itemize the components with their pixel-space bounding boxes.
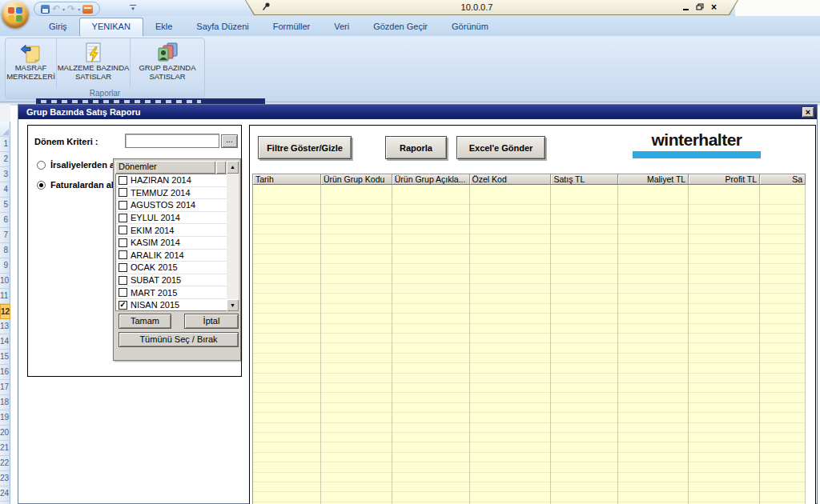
grid-header-6[interactable]: Maliyet TL (618, 174, 689, 185)
checkbox-checked-icon[interactable]: ✓ (119, 301, 127, 310)
row-header-11[interactable]: 11 (0, 289, 10, 304)
undo-dropdown-icon[interactable]: ▾ (62, 6, 65, 12)
row-header-20[interactable]: 20 (0, 426, 10, 441)
checkbox-unchecked-icon[interactable] (119, 288, 127, 297)
redo-icon[interactable]: ↷ (67, 4, 75, 14)
checkbox-unchecked-icon[interactable] (119, 201, 127, 210)
checkbox-unchecked-icon[interactable] (119, 276, 127, 285)
row-header-8[interactable]: 8 (0, 243, 10, 258)
toggle-all-button[interactable]: Tümünü Seç / Bırak (119, 332, 239, 347)
scroll-up-icon[interactable]: ▲ (227, 161, 239, 174)
browse-button[interactable]: ... (221, 134, 238, 148)
excel-export-button[interactable]: Excel'e Gönder (456, 136, 545, 159)
save-icon[interactable] (41, 5, 50, 14)
row-header-23[interactable]: 23 (0, 471, 10, 486)
checkbox-unchecked-icon[interactable] (119, 250, 127, 259)
row-header-24[interactable]: 24 (0, 486, 10, 502)
grid-body-column-7 (689, 185, 760, 504)
row-header-4[interactable]: 4 (0, 182, 10, 198)
list-item[interactable]: KASIM 2014 (116, 237, 227, 250)
rdp-minimize-icon[interactable] (683, 9, 689, 10)
list-item[interactable]: EKIM 2014 (116, 224, 227, 237)
list-item-label: SUBAT 2015 (131, 275, 181, 285)
undo-icon[interactable]: ↶ (52, 4, 60, 14)
tab-giriş[interactable]: Giriş (37, 18, 79, 36)
row-header-5[interactable]: 5 (0, 198, 10, 213)
row-header-19[interactable]: 19 (0, 410, 10, 426)
radio-shipments-label: İrsaliyelerden a (50, 160, 115, 170)
radio-shipments[interactable] (37, 161, 46, 170)
grid-header-5[interactable]: Satış TL (551, 174, 618, 185)
list-item-label: HAZIRAN 2014 (131, 175, 191, 185)
tab-gözden-geçir[interactable]: Gözden Geçir (361, 18, 440, 36)
row-header-14[interactable]: 14 (0, 334, 10, 350)
list-item[interactable]: SUBAT 2015 (116, 274, 227, 287)
checkbox-unchecked-icon[interactable] (119, 226, 127, 234)
row-header-1[interactable]: 1 (0, 137, 10, 152)
ribbon-button-1[interactable]: MASRAF MERKEZLERİ (6, 38, 57, 88)
pushpin-icon[interactable] (262, 0, 271, 14)
radio-invoices[interactable] (37, 181, 46, 190)
checkbox-unchecked-icon[interactable] (119, 214, 127, 222)
tab-yenikan[interactable]: YENIKAN (79, 18, 143, 36)
row-header-21[interactable]: 21 (0, 441, 10, 456)
list-item[interactable]: HAZIRAN 2014 (116, 174, 227, 187)
grid-header-3[interactable]: Ürün Grup Açıkla... (392, 174, 470, 185)
period-scrollbar[interactable]: ▼ (227, 174, 239, 311)
grid-header-8[interactable]: Sa (760, 174, 806, 185)
ok-button[interactable]: Tamam (119, 314, 171, 329)
dialog-titlebar[interactable]: Grup Bazında Satış Raporu (18, 105, 817, 119)
list-item[interactable]: EYLUL 2014 (116, 212, 227, 225)
dialog-close-button[interactable]: × (802, 106, 814, 118)
row-header-15[interactable]: 15 (0, 350, 10, 365)
row-header-16[interactable]: 16 (0, 365, 10, 380)
row-header-2[interactable]: 2 (0, 152, 10, 167)
row-header-10[interactable]: 10 (0, 274, 10, 289)
row-header-9[interactable]: 9 (0, 258, 10, 274)
row-header-3[interactable]: 3 (0, 167, 10, 182)
list-item[interactable]: ARALIK 2014 (116, 250, 227, 262)
tab-sayfa-düzeni[interactable]: Sayfa Düzeni (184, 18, 260, 36)
row-header-17[interactable]: 17 (0, 380, 10, 395)
report-button[interactable]: Raporla (385, 136, 447, 159)
checkbox-unchecked-icon[interactable] (119, 238, 127, 247)
list-item[interactable]: OCAK 2015 (116, 262, 227, 274)
select-all-corner[interactable] (0, 122, 10, 137)
row-header-7[interactable]: 7 (0, 228, 10, 243)
tab-veri[interactable]: Veri (322, 18, 361, 36)
tab-görünüm[interactable]: Görünüm (440, 18, 500, 36)
qat-overflow-icon[interactable]: ▾ (128, 3, 138, 13)
list-item[interactable]: MART 2015 (116, 286, 227, 299)
rdp-close-icon[interactable]: × (711, 2, 717, 12)
criteria-input[interactable] (125, 134, 219, 148)
grid-header-2[interactable]: Ürün Grup Kodu (321, 174, 392, 185)
ribbon-button-3[interactable]: GRUP BAZINDA SATISLAR (131, 38, 204, 88)
radio-row-shipments[interactable]: İrsaliyelerden a (37, 160, 115, 170)
checkbox-unchecked-icon[interactable] (119, 188, 127, 197)
tab-ekle[interactable]: Ekle (143, 18, 184, 36)
grid-header-4[interactable]: Özel Kod (470, 174, 552, 185)
redo-dropdown-icon[interactable]: ▾ (78, 6, 80, 12)
ribbon-button-2[interactable]: MALZEME BAZINDA SATISLAR (57, 38, 131, 88)
row-header-18[interactable]: 18 (0, 395, 10, 410)
list-item-label: NISAN 2015 (131, 300, 179, 310)
row-header-6[interactable]: 6 (0, 213, 10, 228)
tab-formüller[interactable]: Formüller (261, 18, 322, 36)
filter-toggle-button[interactable]: Filtre Göster/Gizle (258, 136, 352, 159)
list-item[interactable]: AGUSTOS 2014 (116, 199, 227, 212)
row-header-22[interactable]: 22 (0, 456, 10, 471)
mail-icon[interactable] (82, 5, 93, 14)
rdp-restore-icon[interactable] (696, 0, 704, 14)
cancel-button[interactable]: İptal (184, 314, 239, 329)
list-item[interactable]: ✓NISAN 2015 (116, 299, 227, 311)
scroll-down-icon[interactable]: ▼ (227, 299, 239, 311)
row-header-13[interactable]: 13 (0, 319, 10, 334)
office-button[interactable] (2, 1, 29, 28)
grid-header-7[interactable]: Profit TL (689, 174, 760, 185)
radio-row-invoices[interactable]: Faturalardan al (37, 180, 114, 190)
checkbox-unchecked-icon[interactable] (119, 176, 127, 185)
row-header-12[interactable]: 12 (0, 304, 10, 319)
checkbox-unchecked-icon[interactable] (119, 263, 127, 272)
grid-header-1[interactable]: Tarih (253, 174, 321, 185)
list-item[interactable]: TEMMUZ 2014 (116, 187, 227, 200)
